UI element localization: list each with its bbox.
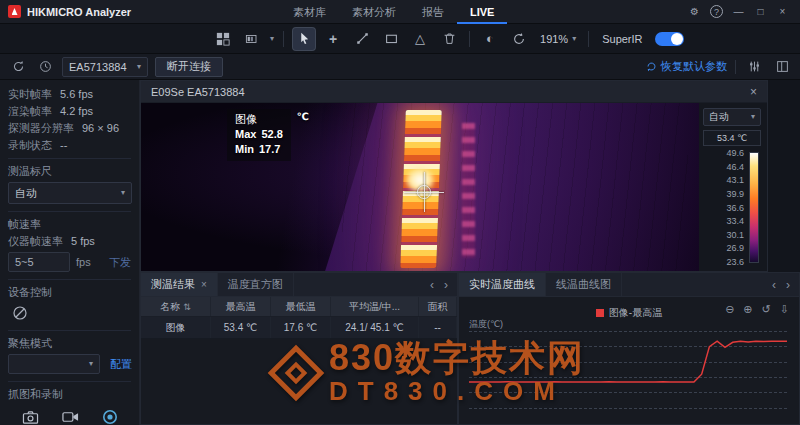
palette-caret-icon[interactable]: ▾ bbox=[270, 35, 274, 43]
crosshair-icon[interactable] bbox=[404, 172, 444, 212]
contrast-icon[interactable]: ◐ bbox=[479, 28, 501, 50]
scale-tick: 46.4 bbox=[726, 162, 744, 172]
overlay-unit: ℃ bbox=[297, 111, 309, 122]
tabs-next-icon[interactable]: › bbox=[444, 278, 448, 292]
rectangle-tool[interactable] bbox=[380, 28, 402, 50]
device-framerate-label: 仪器帧速率 bbox=[8, 235, 63, 247]
tabs-prev-icon[interactable]: ‹ bbox=[430, 278, 434, 292]
scale-tick: 23.6 bbox=[726, 257, 744, 267]
titlebar-tabs: 素材库素材分析报告LIVE bbox=[280, 0, 507, 24]
select-tool[interactable] bbox=[293, 28, 315, 50]
scale-tick: 30.1 bbox=[726, 230, 744, 240]
snapshot-camera-icon[interactable] bbox=[20, 407, 40, 425]
layout-grid-icon[interactable] bbox=[212, 28, 234, 50]
panel-tab-实时温度曲线[interactable]: 实时温度曲线 bbox=[459, 273, 546, 296]
zoom-level-select[interactable]: 191% ▾ bbox=[537, 33, 579, 45]
send-framerate-button[interactable]: 下发 bbox=[109, 255, 131, 270]
polygon-tool[interactable]: △ bbox=[409, 28, 431, 50]
panel-tab-线温曲线图[interactable]: 线温曲线图 bbox=[546, 273, 622, 296]
panel-tab-label: 实时温度曲线 bbox=[469, 277, 535, 292]
titlebar-tab-素材分析[interactable]: 素材分析 bbox=[339, 0, 409, 24]
panel-tab-label: 温度直方图 bbox=[228, 277, 283, 292]
scale-mode-select[interactable]: 自动 ▾ bbox=[703, 108, 761, 126]
palette-icon[interactable] bbox=[241, 28, 263, 50]
refresh-icon[interactable] bbox=[8, 57, 28, 77]
focus-select-caret-icon: ▾ bbox=[89, 360, 93, 368]
chart-zoom-out-icon[interactable]: ⊖ bbox=[725, 303, 734, 316]
record-video-icon[interactable] bbox=[60, 407, 80, 425]
app-window: HIKMICRO Analyzer 素材库素材分析报告LIVE ⚙ ? — □ … bbox=[0, 0, 800, 425]
titlebar-tab-素材库[interactable]: 素材库 bbox=[280, 0, 339, 24]
table-header-cell[interactable]: 最低温 bbox=[271, 297, 331, 316]
ruler-section-title: 测温标尺 bbox=[8, 158, 131, 177]
curve-tabs: 实时温度曲线线温曲线图 bbox=[459, 273, 622, 296]
overlay-name: 图像 bbox=[235, 112, 283, 127]
chart-export-icon[interactable]: ⇩ bbox=[780, 303, 789, 316]
point-tool[interactable]: + bbox=[322, 28, 344, 50]
chart-ylabel: 温度(℃) bbox=[469, 318, 503, 331]
curve-tabs-prev-icon[interactable]: ‹ bbox=[772, 278, 776, 292]
disconnect-button[interactable]: 断开连接 bbox=[155, 57, 223, 77]
delete-tool[interactable] bbox=[438, 28, 460, 50]
superir-toggle[interactable] bbox=[655, 32, 684, 46]
device-control-section-title: 设备控制 bbox=[8, 279, 131, 298]
table-row[interactable]: 图像53.4 ℃17.6 ℃24.1/ 45.1 ℃-- bbox=[141, 317, 457, 339]
titlebar-tab-LIVE[interactable]: LIVE bbox=[457, 0, 507, 24]
restore-defaults-button[interactable]: 恢复默认参数 bbox=[646, 59, 727, 74]
table-header-cell[interactable]: 名称⇅ bbox=[141, 297, 211, 316]
temperature-scale: 自动 ▾ 53.4 ℃ 49.646.443.139.936.633.430.1… bbox=[699, 103, 767, 271]
table-cell: -- bbox=[419, 317, 457, 338]
table-header-cell[interactable]: 面积 bbox=[419, 297, 457, 316]
scale-tick: 39.9 bbox=[726, 189, 744, 199]
scale-mode-value: 自动 bbox=[709, 110, 729, 124]
chart-reset-icon[interactable]: ↺ bbox=[762, 303, 771, 316]
table-header: 名称⇅最高温最低温平均温/中...面积 bbox=[141, 297, 457, 317]
table-cell: 24.1/ 45.1 ℃ bbox=[331, 317, 419, 338]
titlebar-tab-报告[interactable]: 报告 bbox=[409, 0, 457, 24]
filter-columns-icon[interactable] bbox=[772, 57, 792, 77]
scale-tick: 43.1 bbox=[726, 175, 744, 185]
device-id: EA5713884 bbox=[69, 61, 127, 73]
scale-tick: 49.6 bbox=[726, 148, 744, 158]
record-button-icon[interactable] bbox=[100, 407, 120, 425]
stat-row: 实时帧率5.6 fps bbox=[8, 88, 131, 100]
table-body: 图像53.4 ℃17.6 ℃24.1/ 45.1 ℃-- bbox=[141, 317, 457, 339]
temperature-chart[interactable] bbox=[469, 331, 787, 416]
table-header-cell[interactable]: 平均温/中... bbox=[331, 297, 419, 316]
window-controls: ⚙ ? — □ × bbox=[685, 2, 792, 21]
chart-zoom-in-icon[interactable]: ⊕ bbox=[743, 303, 752, 316]
image-panel-close-icon[interactable]: × bbox=[750, 85, 757, 99]
history-clock-icon[interactable] bbox=[35, 57, 55, 77]
toolbar: ▾ + △ ◐ 191% ▾ SuperIR bbox=[0, 24, 800, 54]
scale-tick: 33.4 bbox=[726, 216, 744, 226]
scale-ticks: 49.646.443.139.936.633.430.126.923.6 bbox=[726, 148, 744, 267]
line-tool[interactable] bbox=[351, 28, 373, 50]
laser-control-icon[interactable] bbox=[10, 303, 30, 323]
close-tab-icon[interactable]: × bbox=[201, 279, 207, 290]
device-select[interactable]: EA5713884 ▾ bbox=[62, 57, 148, 77]
minimize-button[interactable]: — bbox=[729, 2, 748, 21]
ruler-mode-select[interactable]: 自动 ▾ bbox=[8, 182, 132, 204]
sort-icon[interactable]: ⇅ bbox=[183, 302, 191, 312]
panel-tab-测温结果[interactable]: 测温结果× bbox=[141, 273, 218, 296]
maximize-button[interactable]: □ bbox=[751, 2, 770, 21]
titlebar: HIKMICRO Analyzer 素材库素材分析报告LIVE ⚙ ? — □ … bbox=[0, 0, 800, 24]
settings-gear-icon[interactable]: ⚙ bbox=[685, 2, 704, 21]
stat-row: 录制状态-- bbox=[8, 139, 131, 151]
focus-config-button[interactable]: 配置 bbox=[110, 357, 132, 372]
panel-tab-温度直方图[interactable]: 温度直方图 bbox=[218, 273, 294, 296]
focus-section-title: 聚焦模式 bbox=[8, 330, 131, 349]
overlay-min-label: Min bbox=[235, 142, 254, 157]
stat-value: -- bbox=[60, 139, 67, 151]
stat-row: 渲染帧率4.2 fps bbox=[8, 105, 131, 117]
rotate-icon[interactable] bbox=[508, 28, 530, 50]
help-icon[interactable]: ? bbox=[707, 2, 726, 21]
curve-tabs-next-icon[interactable]: › bbox=[786, 278, 790, 292]
framerate-input[interactable]: 5~5 bbox=[8, 252, 70, 272]
table-header-cell[interactable]: 最高温 bbox=[211, 297, 271, 316]
close-button[interactable]: × bbox=[773, 2, 792, 21]
adjust-sliders-icon[interactable] bbox=[744, 57, 764, 77]
focus-mode-select[interactable]: ▾ bbox=[8, 354, 100, 374]
thermal-image[interactable]: 图像 Max52.8 Min17.7 ℃ bbox=[141, 103, 699, 271]
stat-value: 96 × 96 bbox=[82, 122, 119, 134]
